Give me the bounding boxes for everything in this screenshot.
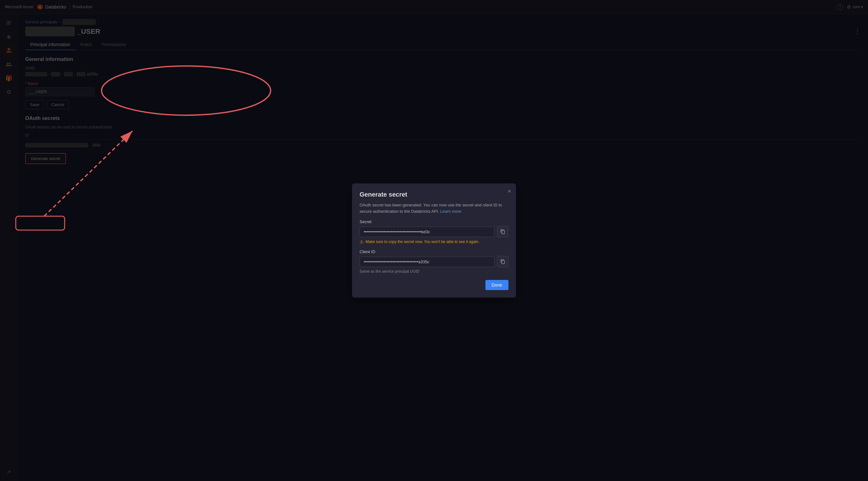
secret-copy-button[interactable] xyxy=(497,226,508,237)
done-button[interactable]: Done xyxy=(486,280,508,290)
warning-text: Make sure to copy the secret now. You wo… xyxy=(366,240,479,244)
secret-input[interactable] xyxy=(360,227,495,237)
client-id-label: Client ID xyxy=(360,249,508,254)
modal-title: Generate secret xyxy=(360,191,508,198)
generate-secret-modal: Generate secret × OAuth secret has been … xyxy=(352,183,516,298)
modal-close-button[interactable]: × xyxy=(507,188,511,194)
modal-footer: Done xyxy=(360,280,508,290)
secret-warning: ⚠ Make sure to copy the secret now. You … xyxy=(360,239,508,244)
secret-field-section: Secret ⚠ Make sure to copy the secret no… xyxy=(360,219,508,244)
client-id-field-section: Client ID Same as the service principal … xyxy=(360,249,508,274)
client-id-input[interactable] xyxy=(360,257,495,267)
client-id-input-row xyxy=(360,256,508,267)
secret-input-row xyxy=(360,226,508,237)
client-id-copy-button[interactable] xyxy=(497,256,508,267)
secret-label: Secret xyxy=(360,219,508,224)
modal-overlay[interactable]: Generate secret × OAuth secret has been … xyxy=(0,0,868,481)
learn-more-link[interactable]: Learn more xyxy=(440,209,461,214)
warning-icon: ⚠ xyxy=(360,239,364,244)
modal-description: OAuth secret has been generated. You can… xyxy=(360,202,508,214)
same-as-uuid-text: Same as the service principal UUID xyxy=(360,269,508,274)
